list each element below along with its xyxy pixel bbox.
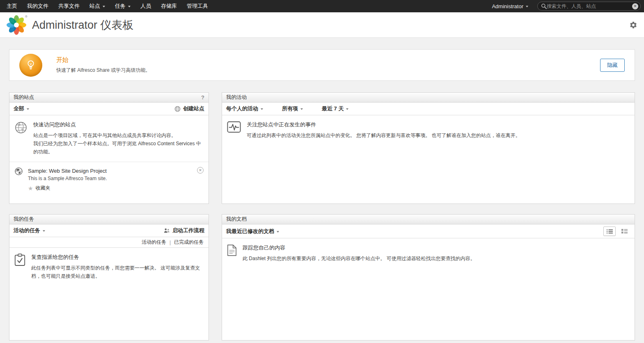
sites-intro-line1: 站点是一个项目区域，可在其中与其他站点成员共享和讨论内容。 — [33, 132, 204, 140]
chevron-down-icon — [128, 6, 131, 7]
user-menu[interactable]: Administrator — [487, 0, 533, 12]
my-documents-title-bar[interactable]: 我的文档 — [222, 215, 635, 224]
my-documents-dashlet: 我的文档 我最近已修改的文档 — [222, 214, 635, 341]
chevron-down-icon — [43, 230, 45, 232]
sites-filter-dropdown[interactable]: 全部 — [14, 105, 29, 112]
get-started-text: 开始 快速了解 Alfresco Share 或学习高级功能。 — [56, 56, 150, 74]
document-icon — [227, 244, 237, 263]
search-input[interactable] — [547, 3, 632, 9]
my-tasks-dashlet: 我的任务 活动的任务 启动工作流程 活动的任务 | 已 — [9, 214, 209, 341]
activities-range-filter-dropdown[interactable]: 最近 7 天 — [322, 105, 348, 112]
page-title: Administrator 仪表板 — [32, 18, 134, 32]
tasks-empty-text: 此任务列表中可显示不同类型的任务，而您需要一一解决。 这可能涉及复查文档，也可能… — [31, 264, 204, 281]
site-globe-icon — [14, 167, 23, 192]
site-link[interactable]: Sample: Web Site Design Project — [28, 168, 107, 174]
sites-intro-line2: 我们已经为您加入了一个样本站点。可用于浏览 Alfresco Content S… — [33, 140, 204, 156]
nav-item-people[interactable]: 人员 — [135, 0, 156, 12]
delete-site-icon[interactable]: ✕ — [197, 167, 204, 174]
detailed-view-button[interactable] — [618, 226, 630, 236]
my-tasks-title-bar[interactable]: 我的任务 — [9, 215, 209, 224]
start-workflow-button[interactable]: 启动工作流程 — [164, 227, 204, 234]
link-separator: | — [170, 240, 171, 245]
my-activities-dashlet: 我的活动 每个人的活动 所有项 最近 7 天 — [222, 92, 635, 204]
simple-view-button[interactable] — [603, 226, 616, 236]
favorite-label: 收藏夹 — [36, 185, 50, 192]
activities-empty-title: 关注您站点中正在发生的事件 — [247, 121, 630, 128]
tasks-empty-title: 复查指派给您的任务 — [31, 254, 204, 261]
documents-empty-title: 跟踪您自己的内容 — [243, 244, 630, 252]
start-workflow-icon — [164, 228, 170, 234]
favorite-star-icon[interactable]: ★ — [28, 185, 33, 191]
my-documents-title: 我的文档 — [226, 216, 247, 223]
get-started-banner: 开始 快速了解 Alfresco Share 或学习高级功能。 隐藏 — [9, 49, 635, 81]
top-navigation-bar: 主页 我的文件 共享文件 站点 任务 人员 存储库 管理工具 Administr… — [0, 0, 644, 12]
create-site-button[interactable]: 创建站点 — [174, 105, 204, 112]
chevron-down-icon — [261, 108, 263, 110]
dashlet-grid: 我的站点 ? 全部 创建站点 — [9, 92, 635, 341]
alfresco-logo: ® — [7, 15, 26, 35]
search-clear-icon[interactable]: ✕ — [632, 3, 638, 9]
my-sites-title: 我的站点 — [14, 94, 34, 101]
my-sites-dashlet: 我的站点 ? 全部 创建站点 — [9, 92, 209, 204]
sites-intro-title: 快速访问您的站点 — [33, 121, 204, 128]
nav-item-repository[interactable]: 存储库 — [156, 0, 182, 12]
sites-intro: 快速访问您的站点 站点是一个项目区域，可在其中与其他站点成员共享和讨论内容。 我… — [9, 115, 209, 162]
tasks-empty-state: 复查指派给您的任务 此任务列表中可显示不同类型的任务，而您需要一一解决。 这可能… — [9, 248, 209, 286]
nav-item-shared-files[interactable]: 共享文件 — [53, 0, 85, 12]
my-sites-body: 快速访问您的站点 站点是一个项目区域，可在其中与其他站点成员共享和讨论内容。 我… — [9, 115, 209, 204]
nav-item-sites[interactable]: 站点 — [85, 0, 110, 12]
chevron-down-icon — [300, 108, 303, 110]
documents-empty-text: 此 Dashlet 列出您的所有重要内容，无论这些内容在哪个站点中。 可使用过滤… — [243, 255, 630, 263]
activities-type-filter-dropdown[interactable]: 所有项 — [282, 105, 303, 112]
tasks-filter-dropdown[interactable]: 活动的任务 — [14, 227, 45, 234]
tasks-subfilter-row: 活动的任务 | 已完成的任务 — [9, 237, 209, 248]
simple-list-icon — [607, 229, 613, 234]
activity-pulse-icon — [227, 121, 241, 140]
lightbulb-icon — [19, 54, 42, 77]
activities-empty-state: 关注您站点中正在发生的事件 可通过此列表中的活动关注您所属站点中的变化。 您将了… — [222, 115, 635, 146]
globe-icon — [174, 106, 181, 112]
my-tasks-body: 复查指派给您的任务 此任务列表中可显示不同类型的任务，而您需要一一解决。 这可能… — [9, 248, 209, 340]
chevron-down-icon — [526, 6, 528, 7]
chevron-down-icon — [27, 108, 29, 110]
my-tasks-title: 我的任务 — [14, 216, 34, 223]
settings-gear-icon[interactable] — [629, 21, 637, 29]
my-documents-body: 跟踪您自己的内容 此 Dashlet 列出您的所有重要内容，无论这些内容在哪个站… — [222, 238, 635, 340]
globe-icon — [14, 121, 28, 156]
completed-tasks-link[interactable]: 已完成的任务 — [174, 239, 204, 246]
my-activities-title: 我的活动 — [226, 94, 247, 101]
my-documents-toolbar: 我最近已修改的文档 — [222, 224, 635, 238]
nav-item-tasks[interactable]: 任务 — [110, 0, 135, 12]
my-activities-title-bar[interactable]: 我的活动 — [222, 93, 635, 103]
get-started-subtitle: 快速了解 Alfresco Share 或学习高级功能。 — [56, 67, 150, 74]
task-clipboard-icon — [14, 254, 25, 281]
dashboard-content: 开始 快速了解 Alfresco Share 或学习高级功能。 隐藏 我的站点 … — [0, 38, 644, 341]
my-sites-toolbar: 全部 创建站点 — [9, 103, 209, 115]
my-tasks-toolbar: 活动的任务 启动工作流程 — [9, 224, 209, 237]
chevron-down-icon — [277, 231, 279, 233]
page-header: ® Administrator 仪表板 — [0, 12, 644, 38]
search-box[interactable]: ✕ — [537, 2, 641, 11]
site-list-item: Sample: Web Site Design Project This is … — [9, 162, 209, 196]
documents-filter-dropdown[interactable]: 我最近已修改的文档 — [226, 228, 279, 235]
hide-button[interactable]: 隐藏 — [600, 59, 625, 72]
help-icon[interactable]: ? — [201, 94, 204, 101]
my-activities-body: 关注您站点中正在发生的事件 可通过此列表中的活动关注您所属站点中的变化。 您将了… — [222, 115, 635, 204]
nav-item-my-files[interactable]: 我的文件 — [22, 0, 53, 12]
nav-item-admin-tools[interactable]: 管理工具 — [182, 0, 213, 12]
detailed-list-icon — [621, 229, 628, 234]
site-description: This is a Sample Alfresco Team site. — [28, 176, 192, 181]
search-icon — [541, 3, 547, 9]
chevron-down-icon — [103, 6, 105, 7]
chevron-down-icon — [346, 108, 348, 110]
my-activities-toolbar: 每个人的活动 所有项 最近 7 天 — [222, 103, 635, 115]
nav-item-home[interactable]: 主页 — [2, 0, 22, 12]
active-tasks-link[interactable]: 活动的任务 — [142, 239, 166, 246]
activities-user-filter-dropdown[interactable]: 每个人的活动 — [226, 105, 263, 112]
registered-mark: ® — [25, 15, 28, 18]
get-started-title: 开始 — [56, 56, 150, 64]
my-sites-title-bar[interactable]: 我的站点 ? — [9, 93, 209, 103]
documents-empty-state: 跟踪您自己的内容 此 Dashlet 列出您的所有重要内容，无论这些内容在哪个站… — [222, 238, 635, 269]
activities-empty-text: 可通过此列表中的活动关注您所属站点中的变化。 您将了解内容更新与喜欢等事项。 也… — [247, 132, 630, 140]
